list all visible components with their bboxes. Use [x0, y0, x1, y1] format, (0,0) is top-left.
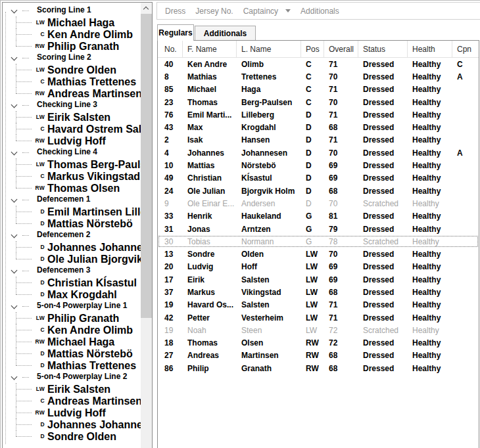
cell-no: 10 [158, 159, 183, 171]
cell-pos: D [301, 185, 324, 197]
tree-group-row[interactable]: 5-on-4 Powerplay Line 2 [3, 371, 141, 383]
table-row[interactable]: 42 Petter Vesterheim LW 71 Dressed Healt… [158, 311, 479, 324]
col-cpn[interactable]: Cpn [452, 41, 479, 57]
table-row[interactable]: 4 Johannes Johannesen D 70 Dressed Healt… [158, 146, 479, 159]
chevron-down-icon[interactable] [11, 196, 18, 203]
tree-item[interactable]: D Johannes Johannesen [3, 418, 141, 430]
table-row[interactable]: 23 Thomas Berg-Paulsen C 70 Dressed Heal… [158, 96, 479, 108]
tree-vertical-scrollbar[interactable] [141, 3, 152, 448]
tree-item[interactable]: D Mattias Nörstebö [3, 347, 141, 359]
toolbar-item-jersey-no[interactable]: Jersey No. [195, 7, 233, 16]
table-row[interactable]: 18 Thomas Olsen RW 72 Dressed Healthy [158, 337, 479, 349]
tree-group-row[interactable]: Scoring Line 1 [3, 5, 141, 16]
col-lname[interactable]: L. Name [237, 41, 301, 57]
cell-health: Healthy [408, 197, 452, 210]
col-pos[interactable]: Pos [301, 41, 324, 57]
table-row[interactable]: 49 Christian Kĺsastul D 69 Dressed Healt… [158, 172, 479, 185]
tree-item[interactable]: C Andreas Martinsen [3, 395, 141, 407]
tree-item[interactable]: D Ole Julian Bjorgvik Holm [3, 253, 141, 265]
player-name: Philip Granath [47, 41, 119, 53]
chevron-down-icon[interactable] [11, 102, 18, 108]
scrollbar-thumb[interactable] [141, 14, 152, 318]
tree-item[interactable]: RW Ludvig Hoff [3, 407, 141, 418]
cell-overall: 69 [324, 172, 358, 185]
tree-item[interactable]: RW Thomas Olsen [3, 182, 141, 194]
table-row[interactable]: 13 Sondre Olden LW 70 Dressed Healthy [158, 248, 479, 260]
toolbar-item-dress[interactable]: Dress [165, 7, 185, 16]
tree-item[interactable]: C Mathias Trettenes [3, 76, 141, 87]
cell-lname: Trettenes [237, 70, 301, 83]
tab-regulars[interactable]: Regulars [157, 24, 194, 41]
table-row[interactable]: 9 Ole Einar E... Andersen D 70 Scratched… [158, 197, 479, 210]
tab-additionals[interactable]: Additionals [195, 26, 256, 40]
tree-item[interactable]: RW Ludvig Hoff [3, 135, 141, 146]
chevron-down-icon[interactable] [11, 149, 18, 156]
tree-group-row[interactable]: Checking Line 3 [3, 99, 141, 111]
scroll-up-button[interactable] [141, 3, 152, 14]
toolbar-item-captaincy[interactable]: Captaincy [243, 7, 278, 16]
table-row[interactable]: 20 Ludvig Hoff LW 69 Dressed Healthy [158, 261, 479, 273]
table-row[interactable]: 2 Isak Hansen D 71 Dressed Healthy [158, 134, 479, 146]
tree-group-row[interactable]: Defencemen 3 [3, 265, 141, 277]
position-tag: RW [28, 90, 45, 97]
tree-item[interactable]: C Markus Vikingstad [3, 170, 141, 182]
table-row[interactable]: 8 Mathias Trettenes C 70 Dressed Healthy… [158, 70, 479, 83]
table-row[interactable]: 76 Emil Marti... Lilleberg D 71 Dressed … [158, 108, 479, 121]
chevron-down-icon[interactable] [11, 232, 18, 238]
table-row[interactable]: 37 Markus Vikingstad LW 68 Dressed Healt… [158, 286, 479, 298]
tree-item[interactable]: D Johannes Johannesen [3, 241, 141, 253]
table-row[interactable]: 86 Philip Granath RW 68 Dressed Healthy [158, 362, 479, 374]
tree-item[interactable]: RW Philip Granath [3, 40, 141, 52]
table-row[interactable]: 27 Andreas Martinsen RW 68 Dressed Healt… [158, 349, 479, 362]
table-row[interactable]: 40 Ken Andre Olimb C 71 Dressed Healthy … [158, 58, 479, 70]
tree-item[interactable]: RW Andreas Martinsen [3, 87, 141, 99]
tree-item[interactable]: LW Michael Haga [3, 16, 141, 28]
tree-group-row[interactable]: 5-on-4 Powerplay Line 1 [3, 300, 141, 312]
tree-item[interactable]: D Sondre Olden [3, 430, 141, 442]
chevron-down-icon[interactable] [11, 55, 18, 61]
tree-item[interactable]: LW Eirik Salsten [3, 111, 141, 123]
position-tag: LW [28, 66, 45, 73]
tree-item[interactable]: C Havard Ostrem Salsten [3, 123, 141, 135]
col-status[interactable]: Status [358, 41, 408, 57]
table-row[interactable]: 17 Eirik Salsten LW 69 Dressed Healthy [158, 273, 479, 286]
tree-group-row[interactable]: Checking Line 4 [3, 146, 141, 158]
col-health[interactable]: Health [408, 41, 452, 57]
table-row[interactable]: 31 Jonas Arntzen G 79 Dressed Healthy [158, 223, 479, 235]
table-row[interactable]: 33 Henrik Haukeland G 81 Dressed Healthy [158, 210, 479, 223]
tree-item[interactable]: D Max Krogdahl [3, 288, 141, 300]
tree-item[interactable]: RW Michael Haga [3, 336, 141, 347]
chevron-down-icon[interactable] [11, 303, 18, 309]
table-row[interactable]: 19 Noah Steen LW 72 Scratched Healthy [158, 324, 479, 336]
tree-item[interactable]: C Ken Andre Olimb [3, 28, 141, 40]
toolbar-item-additionals[interactable]: Additionals [300, 7, 339, 16]
chevron-down-icon[interactable] [285, 9, 291, 12]
col-fname[interactable]: F. Name [183, 41, 237, 57]
table-row[interactable]: 85 Michael Haga C 71 Dressed Healthy [158, 83, 479, 96]
tree-item[interactable]: D Christian Kĺsastul [3, 277, 141, 288]
chevron-down-icon[interactable] [11, 374, 18, 380]
position-tag: D [28, 256, 45, 262]
chevron-down-icon[interactable] [11, 7, 18, 14]
table-row[interactable]: 43 Max Krogdahl D 68 Dressed Healthy [158, 121, 479, 133]
col-no[interactable]: No. [158, 41, 183, 57]
table-row[interactable]: 10 Mattias Nörstebö D 69 Dressed Healthy [158, 159, 479, 171]
tree-group-row[interactable]: Defencemen 2 [3, 229, 141, 241]
tree-item[interactable]: LW Eirik Salsten [3, 383, 141, 395]
tree-item[interactable]: C Ken Andre Olimb [3, 324, 141, 336]
table-row[interactable]: 30 Tobias Normann G 78 Scratched Healthy [158, 235, 479, 248]
tree-item[interactable]: LW Thomas Berg-Paulsen [3, 158, 141, 170]
tree-item[interactable]: LW Sondre Olden [3, 64, 141, 76]
player-name: Mathias Trettenes [47, 360, 136, 372]
table-row[interactable]: 24 Ole Julian Bjorgvik Holm D 68 Dressed… [158, 185, 479, 197]
chevron-down-icon[interactable] [11, 267, 18, 274]
table-row[interactable]: 19 Havard Os... Salsten LW 71 Dressed He… [158, 299, 479, 311]
cell-lname: Martinsen [237, 349, 301, 362]
tree-item[interactable]: D Emil Martinsen Lilleberg [3, 206, 141, 217]
tree-item[interactable]: D Mattias Nörstebö [3, 217, 141, 229]
col-overall[interactable]: Overall [324, 41, 358, 57]
tree-group-row[interactable]: Scoring Line 2 [3, 52, 141, 64]
tree-group-row[interactable]: Defencemen 1 [3, 194, 141, 206]
tree-item[interactable]: D Mathias Trettenes [3, 359, 141, 371]
tree-item[interactable]: LW Philip Granath [3, 312, 141, 324]
